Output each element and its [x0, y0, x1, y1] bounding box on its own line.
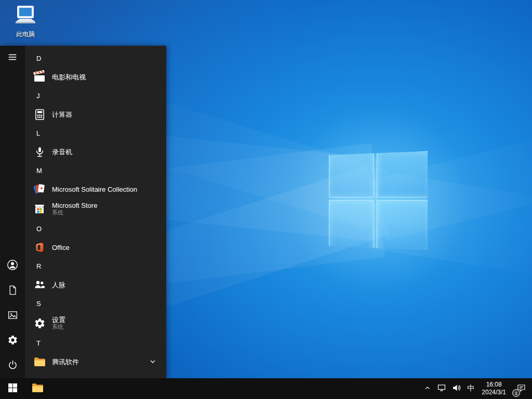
chevron-up-icon [424, 384, 431, 393]
app-name: 计算器 [52, 111, 72, 118]
expand-menu-button[interactable] [0, 46, 25, 71]
action-center-button[interactable]: 1 [510, 378, 532, 399]
system-tray: 中 16:08 2024/3/1 1 [421, 378, 532, 399]
windows-start-icon [8, 383, 17, 394]
section-letter-s[interactable]: S [25, 294, 166, 313]
windows-logo-pane [377, 151, 430, 197]
file-explorer-button[interactable] [25, 378, 50, 399]
start-menu: D 电影和电视 J [0, 46, 166, 378]
section-letter-m[interactable]: M [25, 161, 166, 180]
folder-icon [31, 381, 44, 396]
section-letter-o[interactable]: O [25, 219, 166, 238]
people-icon [32, 277, 47, 292]
section-letter-l[interactable]: L [25, 124, 166, 142]
app-name: Microsoft Solitaire Collection [52, 185, 137, 193]
tray-overflow-button[interactable] [421, 378, 434, 399]
windows-logo-glow [280, 101, 477, 299]
notification-badge: 1 [512, 389, 520, 397]
app-name: 腾讯软件 [52, 358, 79, 366]
chevron-down-icon [150, 358, 156, 365]
office-icon [32, 240, 47, 255]
documents-button[interactable] [0, 278, 25, 303]
start-menu-app-list: D 电影和电视 J [25, 46, 166, 378]
this-pc-icon [14, 5, 37, 29]
light-beam [370, 117, 532, 241]
app-name: 设置 [52, 316, 65, 324]
clock-time: 16:08 [486, 381, 502, 389]
windows-logo [329, 151, 428, 250]
document-icon [7, 285, 18, 298]
power-icon [7, 360, 18, 373]
app-row-solitaire[interactable]: Microsoft Solitaire Collection [25, 180, 166, 198]
volume-button[interactable] [449, 378, 464, 399]
desktop-icon-label: 此电脑 [16, 30, 35, 39]
store-icon [32, 202, 47, 216]
taskbar-clock[interactable]: 16:08 2024/3/1 [477, 378, 510, 399]
light-beam [372, 172, 532, 284]
section-letter-d[interactable]: D [25, 49, 166, 68]
app-row-tencent-folder[interactable]: 腾讯软件 [25, 352, 166, 371]
app-name: 录音机 [52, 148, 72, 156]
section-letter-r[interactable]: R [25, 257, 166, 275]
clock-date: 2024/3/1 [482, 389, 506, 396]
network-button[interactable] [434, 378, 449, 399]
app-name: 电影和电视 [52, 73, 86, 81]
folder-icon [32, 354, 47, 369]
pictures-button[interactable] [0, 303, 25, 328]
movies-tv-icon [32, 70, 47, 84]
app-row-voice-recorder[interactable]: 录音机 [25, 142, 166, 161]
app-row-settings[interactable]: 设置 系统 [25, 313, 166, 334]
app-subtitle: 系统 [52, 324, 65, 330]
speaker-icon [452, 383, 461, 394]
settings-button[interactable] [0, 328, 25, 353]
hamburger-icon [8, 52, 17, 64]
desktop-icon-this-pc[interactable]: 此电脑 [5, 5, 46, 39]
gear-icon [7, 335, 18, 348]
section-letter-j[interactable]: J [25, 86, 166, 105]
user-icon [6, 259, 19, 273]
app-row-microsoft-store[interactable]: Microsoft Store 系统 [25, 198, 166, 219]
app-row-office[interactable]: Office [25, 238, 166, 257]
power-button[interactable] [0, 353, 25, 378]
app-row-calculator[interactable]: 计算器 [25, 105, 166, 124]
voice-recorder-icon [32, 144, 47, 159]
taskbar: 中 16:08 2024/3/1 1 [0, 378, 532, 399]
windows-desktop: 此电脑 [0, 0, 532, 399]
start-menu-rail [0, 46, 25, 378]
app-name: Microsoft Store [52, 202, 97, 209]
solitaire-icon [32, 182, 47, 196]
windows-logo-pane [329, 151, 374, 197]
app-row-people[interactable]: 人脉 [25, 275, 166, 294]
user-account-button[interactable] [0, 254, 25, 278]
calculator-icon [32, 107, 47, 122]
section-letter-w[interactable]: W [25, 371, 166, 378]
app-name: Office [52, 244, 70, 251]
ime-indicator[interactable]: 中 [464, 378, 477, 399]
windows-logo-pane [377, 200, 430, 252]
app-name: 人脉 [52, 281, 65, 289]
pictures-icon [7, 310, 18, 323]
start-button[interactable] [0, 378, 25, 399]
section-letter-t[interactable]: T [25, 334, 166, 352]
app-subtitle: 系统 [52, 209, 97, 216]
network-icon [437, 383, 446, 394]
settings-gear-icon [32, 316, 47, 330]
app-row-movies-tv[interactable]: 电影和电视 [25, 68, 166, 86]
windows-logo-pane [329, 200, 374, 252]
